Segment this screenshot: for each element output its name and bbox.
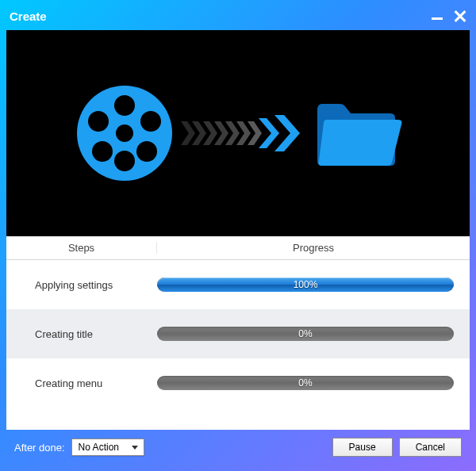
svg-point-3 xyxy=(114,151,135,171)
close-icon[interactable] xyxy=(454,10,466,22)
minimize-icon[interactable] xyxy=(432,10,443,21)
table-header: Steps Progress xyxy=(6,236,470,260)
progress-bar: 0% xyxy=(157,376,454,390)
create-window: Create xyxy=(0,0,476,471)
window-title: Create xyxy=(10,10,47,23)
after-done-label: After done: xyxy=(14,442,65,454)
footer: After done: No Action Pause Cancel xyxy=(6,430,470,465)
step-label: Creating menu xyxy=(6,377,157,389)
svg-point-2 xyxy=(114,95,135,116)
progress-row: Applying settings 100% xyxy=(6,260,470,309)
progress-bar-text: 0% xyxy=(157,327,454,341)
pause-button[interactable]: Pause xyxy=(332,438,393,457)
svg-point-4 xyxy=(88,111,109,132)
graphic-area xyxy=(6,30,470,236)
progress-bar: 0% xyxy=(157,327,454,341)
svg-point-1 xyxy=(116,124,133,142)
step-label: Creating title xyxy=(6,328,157,340)
svg-marker-8 xyxy=(181,121,195,145)
svg-point-5 xyxy=(140,111,161,132)
progress-bar-text: 0% xyxy=(157,376,454,390)
folder-icon xyxy=(313,96,404,171)
progress-bar: 100% xyxy=(157,278,454,292)
after-done-value: No Action xyxy=(79,442,119,453)
svg-point-7 xyxy=(136,141,157,162)
column-header-progress: Progress xyxy=(157,242,470,254)
content-area: Steps Progress Applying settings 100% Cr… xyxy=(6,30,470,430)
step-label: Applying settings xyxy=(6,279,157,291)
titlebar: Create xyxy=(6,6,470,25)
progress-row: Creating menu 0% xyxy=(6,358,470,408)
film-reel-icon xyxy=(73,82,176,185)
arrow-chevrons-icon xyxy=(181,113,308,153)
progress-bar-text: 100% xyxy=(157,278,454,292)
progress-row: Creating title 0% xyxy=(6,309,470,358)
svg-point-6 xyxy=(92,141,113,162)
window-controls xyxy=(432,10,466,22)
progress-rows: Applying settings 100% Creating title 0%… xyxy=(6,260,470,430)
cancel-button[interactable]: Cancel xyxy=(399,438,462,457)
column-header-steps: Steps xyxy=(6,242,157,254)
after-done-select[interactable]: No Action xyxy=(71,438,144,456)
